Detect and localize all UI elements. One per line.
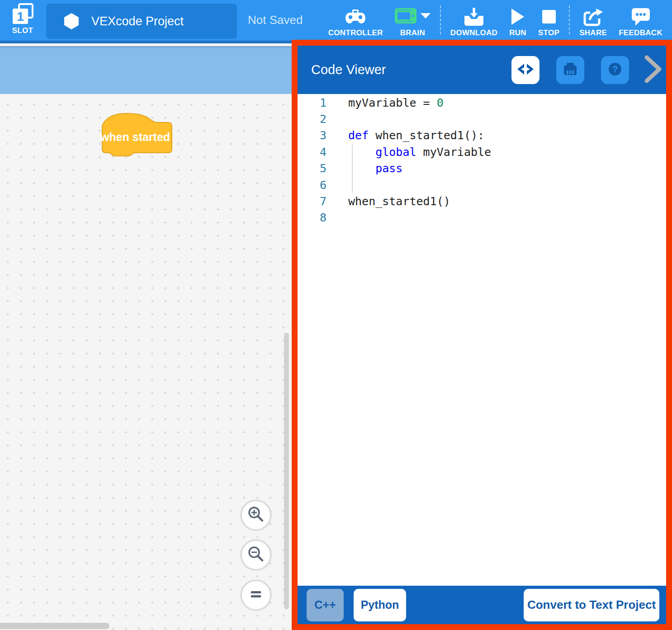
- project-title-button[interactable]: VEXcode Project: [46, 4, 237, 39]
- slot-label: SLOT: [12, 26, 33, 35]
- feedback-button[interactable]: FEEDBACK: [613, 0, 668, 41]
- line-number: 2: [298, 113, 327, 126]
- convert-to-text-project-button[interactable]: Convert to Text Project: [524, 589, 659, 621]
- zoom-out-button[interactable]: [240, 539, 272, 571]
- run-button[interactable]: RUN: [503, 0, 532, 41]
- code-line: 6: [298, 177, 666, 193]
- code-line: 8: [298, 210, 666, 226]
- block-workspace[interactable]: ++++++++++++++++++++++++++++++++++++++++…: [0, 94, 292, 630]
- indent-guide: [352, 145, 353, 193]
- code-line: 3 def when_started1():: [298, 127, 666, 144]
- zoom-in-icon: [247, 506, 265, 525]
- vexcode-app: 1 SLOT VEXcode Project Not Saved: [0, 0, 672, 630]
- stop-icon: [542, 6, 556, 27]
- horizontal-scrollbar[interactable]: [0, 623, 109, 629]
- line-number: 4: [298, 146, 327, 159]
- line-number: 6: [298, 179, 327, 192]
- hexagon-icon: [64, 13, 79, 29]
- toolbar-divider: [440, 5, 441, 34]
- stop-button[interactable]: STOP: [532, 0, 565, 41]
- controller-icon: [345, 6, 366, 27]
- code-editor[interactable]: 1 myVariable = 0 2 3 def when_started1()…: [298, 94, 666, 586]
- code-view-toggle-button[interactable]: [511, 56, 539, 84]
- brain-button[interactable]: BRAIN: [389, 0, 436, 41]
- code-viewer-panel: Code Viewer: [292, 40, 672, 630]
- toolbar-divider: [569, 5, 570, 34]
- save-status: Not Saved: [248, 0, 303, 41]
- python-tab-button[interactable]: Python: [354, 589, 406, 621]
- cpp-tab-button[interactable]: C++: [307, 589, 344, 621]
- slot-icon: 1: [12, 3, 33, 25]
- code-line: 5 pass: [298, 160, 666, 177]
- collapse-panel-button[interactable]: [643, 56, 664, 84]
- toolbar-actions: CONTROLLER: [322, 0, 672, 41]
- zoom-reset-button[interactable]: [240, 579, 272, 611]
- download-icon: [464, 6, 484, 27]
- line-number: 3: [298, 129, 327, 142]
- code-viewer-footer: C++ Python Convert to Text Project: [298, 586, 666, 624]
- help-button[interactable]: ?: [601, 56, 629, 84]
- controller-button[interactable]: CONTROLLER: [322, 0, 389, 41]
- top-toolbar: 1 SLOT VEXcode Project Not Saved: [0, 0, 672, 43]
- line-number: 8: [298, 211, 327, 224]
- help-icon: ?: [606, 61, 624, 80]
- when-started-block[interactable]: when started: [99, 112, 173, 157]
- vertical-scrollbar[interactable]: [284, 333, 289, 609]
- code-line: 2: [298, 111, 666, 127]
- feedback-icon: [631, 6, 651, 27]
- zoom-in-button[interactable]: [240, 499, 272, 531]
- code-viewer-header: Code Viewer: [298, 46, 666, 94]
- line-number: 7: [298, 195, 327, 208]
- share-icon: [583, 6, 603, 27]
- project-title: VEXcode Project: [91, 14, 184, 28]
- download-button[interactable]: DOWNLOAD: [445, 0, 503, 41]
- code-brackets-icon: [517, 62, 534, 78]
- svg-text:when started: when started: [100, 131, 170, 143]
- brain-console-icon: [562, 61, 578, 79]
- zoom-out-icon: [247, 545, 265, 564]
- line-number: 5: [298, 162, 327, 175]
- slot-button[interactable]: 1 SLOT: [6, 0, 39, 41]
- line-number: 1: [298, 96, 327, 109]
- code-viewer-actions: ?: [511, 56, 664, 84]
- run-icon: [511, 6, 525, 27]
- code-line: 4 global myVariable: [298, 144, 666, 160]
- svg-text:?: ?: [612, 64, 618, 74]
- brain-console-button[interactable]: [556, 56, 584, 84]
- code-viewer-title: Code Viewer: [311, 62, 386, 77]
- code-line: 1 myVariable = 0: [298, 94, 666, 111]
- chevron-right-icon: [644, 55, 663, 85]
- zoom-reset-icon: [247, 586, 265, 605]
- brain-dropdown-caret-icon[interactable]: [421, 13, 431, 21]
- code-line: 7 when_started1(): [298, 193, 666, 209]
- share-button[interactable]: SHARE: [573, 0, 613, 41]
- brain-icon: [395, 8, 416, 25]
- svg-text:1: 1: [17, 9, 24, 24]
